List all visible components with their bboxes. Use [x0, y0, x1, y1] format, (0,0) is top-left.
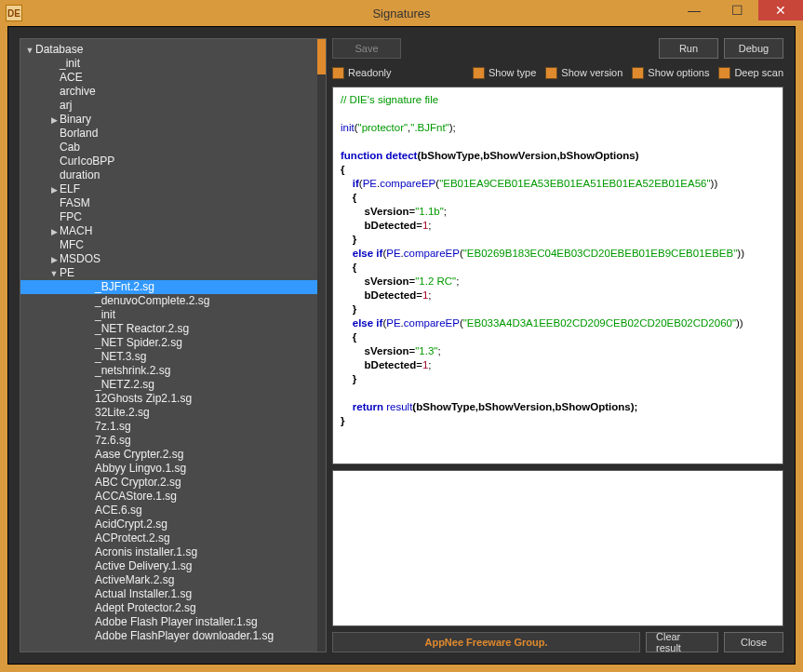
- tree-item[interactable]: Adobe FlashPlayer downloader.1.sg: [20, 629, 326, 643]
- tree-item[interactable]: ▼PE: [20, 266, 326, 280]
- tree-item[interactable]: FASM: [20, 196, 326, 210]
- output-panel[interactable]: [332, 470, 783, 626]
- tree-item[interactable]: ▶ELF: [20, 182, 326, 196]
- run-button[interactable]: Run: [659, 38, 718, 59]
- clear-result-button[interactable]: Clear result: [646, 632, 718, 652]
- code-editor[interactable]: // DIE's signature file init("protector"…: [332, 87, 783, 464]
- tree-item[interactable]: MFC: [20, 238, 326, 252]
- dialog-frame: ▼Database_initACEarchivearj▶BinaryBorlan…: [7, 26, 796, 665]
- tree-item[interactable]: FPC: [20, 210, 326, 224]
- show-version-checkbox[interactable]: Show version: [545, 67, 622, 79]
- tree-item[interactable]: 7z.1.sg: [20, 420, 326, 434]
- tree-root[interactable]: ▼Database: [20, 43, 326, 57]
- deep-scan-checkbox[interactable]: Deep scan: [718, 67, 783, 79]
- tree-item[interactable]: Aase Crypter.2.sg: [20, 448, 326, 462]
- tree-item[interactable]: _init: [20, 57, 326, 71]
- show-type-checkbox[interactable]: Show type: [473, 67, 536, 79]
- tree-item[interactable]: duration: [20, 168, 326, 182]
- tree-item[interactable]: ▶MACH: [20, 224, 326, 238]
- tree-item[interactable]: _NET Reactor.2.sg: [20, 322, 326, 336]
- titlebar[interactable]: DE Signatures — ☐ ✕: [0, 0, 803, 26]
- tree-scrollbar[interactable]: [317, 39, 326, 652]
- tree-item[interactable]: Cab: [20, 141, 326, 155]
- close-button[interactable]: Close: [724, 632, 783, 652]
- close-window-button[interactable]: ✕: [758, 0, 803, 20]
- status-bar: AppNee Freeware Group.: [332, 632, 640, 652]
- tree-item[interactable]: _NET.3.sg: [20, 350, 326, 364]
- tree-item[interactable]: Adept Protector.2.sg: [20, 601, 326, 615]
- save-button[interactable]: Save: [332, 38, 401, 59]
- tree-item[interactable]: ACE.6.sg: [20, 504, 326, 517]
- tree-item[interactable]: archive: [20, 85, 326, 99]
- tree-item[interactable]: _init: [20, 308, 326, 322]
- tree-item[interactable]: _netshrink.2.sg: [20, 364, 326, 378]
- tree-item[interactable]: Abbyy Lingvo.1.sg: [20, 462, 326, 476]
- tree-item[interactable]: _denuvoComplete.2.sg: [20, 294, 326, 308]
- tree-item[interactable]: ABC Cryptor.2.sg: [20, 476, 326, 490]
- tree-item[interactable]: AcidCrypt.2.sg: [20, 517, 326, 531]
- debug-button[interactable]: Debug: [724, 38, 783, 59]
- tree-item[interactable]: ACE: [20, 71, 326, 85]
- tree-item[interactable]: arj: [20, 99, 326, 113]
- tree-item[interactable]: _NETZ.2.sg: [20, 378, 326, 392]
- tree-item[interactable]: 12Ghosts Zip2.1.sg: [20, 392, 326, 406]
- tree-item[interactable]: 32Lite.2.sg: [20, 406, 326, 420]
- readonly-checkbox[interactable]: Readonly: [332, 67, 391, 79]
- tree-item[interactable]: Active Delivery.1.sg: [20, 559, 326, 573]
- tree-item[interactable]: Borland: [20, 127, 326, 141]
- tree-item[interactable]: ActiveMark.2.sg: [20, 573, 326, 587]
- tree-item[interactable]: _NET Spider.2.sg: [20, 336, 326, 350]
- tree-item[interactable]: ▶MSDOS: [20, 252, 326, 266]
- signature-tree[interactable]: ▼Database_initACEarchivearj▶BinaryBorlan…: [20, 39, 326, 652]
- scrollbar-thumb[interactable]: [317, 39, 326, 74]
- tree-item[interactable]: Acronis installer.1.sg: [20, 545, 326, 559]
- tree-item[interactable]: Actual Installer.1.sg: [20, 587, 326, 601]
- tree-item[interactable]: ▶Binary: [20, 113, 326, 127]
- tree-item[interactable]: CurIcoBPP: [20, 155, 326, 168]
- tree-item[interactable]: 7z.6.sg: [20, 434, 326, 448]
- tree-item[interactable]: _BJFnt.2.sg: [20, 280, 326, 294]
- show-options-checkbox[interactable]: Show options: [632, 67, 709, 79]
- maximize-button[interactable]: ☐: [716, 0, 758, 20]
- tree-item[interactable]: ACCAStore.1.sg: [20, 490, 326, 504]
- tree-item[interactable]: ACProtect.2.sg: [20, 531, 326, 545]
- tree-panel: ▼Database_initACEarchivearj▶BinaryBorlan…: [20, 38, 327, 652]
- minimize-button[interactable]: —: [673, 0, 716, 20]
- tree-item[interactable]: Adobe Flash Player installer.1.sg: [20, 615, 326, 629]
